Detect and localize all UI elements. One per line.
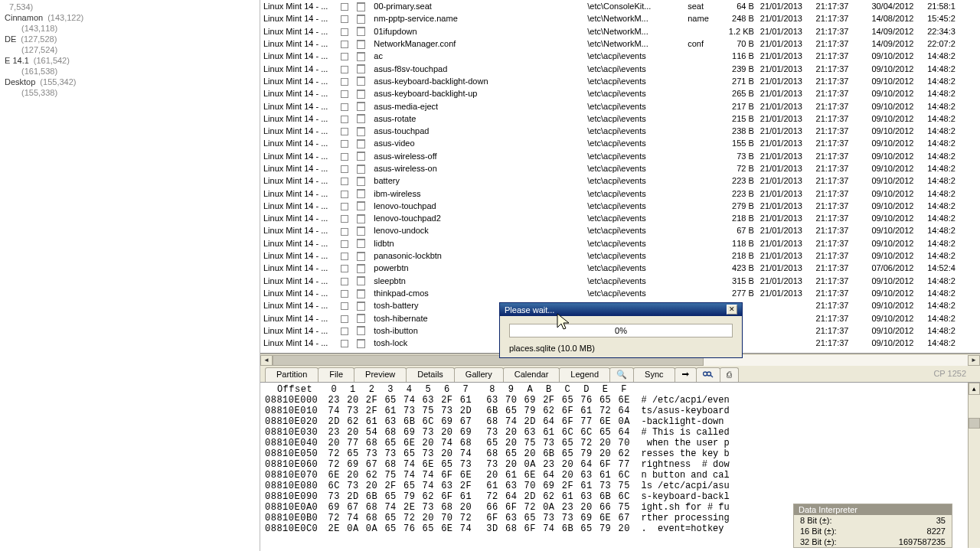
hex-byte[interactable]: 20 (558, 459, 577, 470)
sidebar-item[interactable]: DE(127,528) (3, 34, 256, 44)
hex-byte[interactable]: 23 (325, 395, 344, 406)
hex-byte[interactable]: 69 (540, 481, 559, 491)
hex-byte[interactable]: 6F (501, 502, 521, 513)
hex-byte[interactable]: 64 (615, 427, 634, 438)
tab-gallery[interactable]: Gallery (454, 367, 504, 382)
hex-byte[interactable]: 73 (540, 438, 559, 448)
hex-byte[interactable]: 69 (577, 513, 596, 523)
hex-byte[interactable]: 72 (521, 502, 540, 513)
hex-byte[interactable]: 6C (615, 491, 634, 502)
hex-byte[interactable]: 65 (381, 438, 400, 448)
goto-icon[interactable]: ⮕ (675, 367, 697, 382)
hex-byte[interactable]: 75 (419, 406, 438, 416)
hex-byte[interactable]: 6F (558, 416, 577, 427)
hex-byte[interactable]: 69 (456, 427, 475, 438)
table-row[interactable]: Linux Mint 14 - ...asus-f8sv-touchpad\et… (260, 62, 980, 74)
hex-byte[interactable]: 73 (344, 481, 363, 491)
hex-byte[interactable]: 6C (615, 470, 634, 481)
hex-byte[interactable]: 69 (400, 427, 419, 438)
hex-byte[interactable]: 20 (521, 448, 540, 459)
hex-byte[interactable]: 73 (400, 406, 419, 416)
hex-byte[interactable]: 74 (419, 481, 438, 491)
hex-byte[interactable]: 74 (438, 438, 457, 448)
table-row[interactable]: Linux Mint 14 - ...asus-media-eject\etc\… (260, 99, 980, 112)
hex-byte[interactable]: 65 (501, 448, 521, 459)
hex-byte[interactable]: 73 (419, 427, 438, 438)
hex-byte[interactable]: 68 (456, 438, 475, 448)
hex-byte[interactable]: 62 (615, 448, 634, 459)
hex-byte[interactable]: 63 (521, 427, 540, 438)
table-row[interactable]: Linux Mint 14 - ...01ifupdown\etc\Networ… (260, 25, 980, 37)
hex-byte[interactable]: 20 (362, 481, 381, 491)
hex-byte[interactable]: 68 (362, 438, 381, 448)
hex-byte[interactable]: 65 (381, 513, 400, 523)
hex-byte[interactable]: 74 (400, 395, 419, 406)
hex-byte[interactable]: 20 (438, 427, 457, 438)
hex-byte[interactable]: 2F (362, 406, 381, 416)
hex-byte[interactable]: 3D (483, 523, 502, 534)
hex-byte[interactable]: 72 (483, 491, 502, 502)
tab-legend[interactable]: Legend (559, 367, 610, 382)
table-row[interactable]: Linux Mint 14 - ...ac\etc\acpi\events116… (260, 50, 980, 62)
hex-byte[interactable]: 77 (615, 459, 634, 470)
hex-byte[interactable]: 6B (558, 523, 577, 534)
table-row[interactable]: Linux Mint 14 - ...lenovo-touchpad2\etc\… (260, 212, 980, 224)
hex-byte[interactable]: 20 (596, 438, 615, 448)
table-row[interactable]: Linux Mint 14 - ...lenovo-undock\etc\acp… (260, 224, 980, 236)
hex-byte[interactable]: 20 (501, 438, 521, 448)
hex-ascii[interactable]: ight.sh for # fu (642, 502, 730, 513)
hex-byte[interactable]: 74 (381, 502, 400, 513)
hex-byte[interactable]: 20 (501, 427, 521, 438)
sidebar-item[interactable]: E 14.1(161,542) (3, 55, 256, 66)
hex-byte[interactable]: 74 (540, 523, 559, 534)
hex-byte[interactable]: 2D (344, 491, 363, 502)
table-row[interactable]: Linux Mint 14 - ...sleepbtn\etc\acpi\eve… (260, 275, 980, 287)
hex-byte[interactable]: 63 (577, 491, 596, 502)
hex-byte[interactable]: 6F (438, 491, 457, 502)
hex-byte[interactable]: 73 (596, 481, 615, 491)
hex-byte[interactable]: 2F (558, 481, 577, 491)
hex-byte[interactable]: 74 (456, 448, 475, 459)
hex-byte[interactable]: 61 (456, 491, 475, 502)
hex-byte[interactable]: 72 (325, 459, 344, 470)
hex-byte[interactable]: 61 (540, 427, 559, 438)
hex-byte[interactable]: 64 (540, 470, 559, 481)
hex-byte[interactable]: 70 (501, 395, 521, 406)
hex-byte[interactable]: 65 (381, 523, 400, 534)
hex-row[interactable]: 08810E0706E20627574746F6E20616E642063616… (265, 470, 975, 481)
hex-row[interactable]: 08810E040207768656E207468652075736572207… (265, 438, 975, 448)
hex-row[interactable]: 08810E06072696768746E657373200A2320646F7… (265, 459, 975, 470)
table-row[interactable]: Linux Mint 14 - ...ibm-wireless\etc\acpi… (260, 187, 980, 199)
hex-byte[interactable]: 6E (521, 470, 540, 481)
hex-byte[interactable]: 2D (521, 491, 540, 502)
hex-byte[interactable]: 65 (419, 523, 438, 534)
hex-byte[interactable]: 68 (501, 523, 521, 534)
hex-byte[interactable]: 65 (400, 448, 419, 459)
table-row[interactable]: Linux Mint 14 - ...asus-touchpad\etc\acp… (260, 125, 980, 137)
hex-byte[interactable]: 6C (325, 481, 344, 491)
hex-byte[interactable]: 62 (540, 406, 559, 416)
hex-ascii[interactable]: rther processing (642, 513, 730, 523)
hex-byte[interactable]: 65 (400, 481, 419, 491)
hex-byte[interactable]: 63 (501, 513, 521, 523)
hex-byte[interactable]: 20 (501, 459, 521, 470)
hex-byte[interactable]: 65 (577, 523, 596, 534)
hex-byte[interactable]: 6F (521, 523, 540, 534)
hex-byte[interactable]: 75 (381, 470, 400, 481)
hex-byte[interactable]: 65 (596, 395, 615, 406)
bookmark-icon[interactable]: ⎙ (720, 367, 739, 382)
hex-byte[interactable]: 20 (577, 502, 596, 513)
hex-byte[interactable]: 65 (381, 395, 400, 406)
hex-ascii[interactable]: s-keyboard-backl (642, 491, 730, 502)
tab-file[interactable]: File (318, 367, 354, 382)
hex-byte[interactable]: 6B (400, 416, 419, 427)
hex-byte[interactable]: 65 (344, 448, 363, 459)
hex-byte[interactable]: 73 (362, 448, 381, 459)
hex-byte[interactable]: 63 (577, 470, 596, 481)
hex-byte[interactable]: 69 (438, 416, 457, 427)
hex-byte[interactable]: 68 (362, 513, 381, 523)
hex-byte[interactable]: 74 (400, 459, 419, 470)
hex-byte[interactable]: 67 (344, 502, 363, 513)
hex-byte[interactable]: 61 (456, 395, 475, 406)
hex-byte[interactable]: 66 (596, 502, 615, 513)
